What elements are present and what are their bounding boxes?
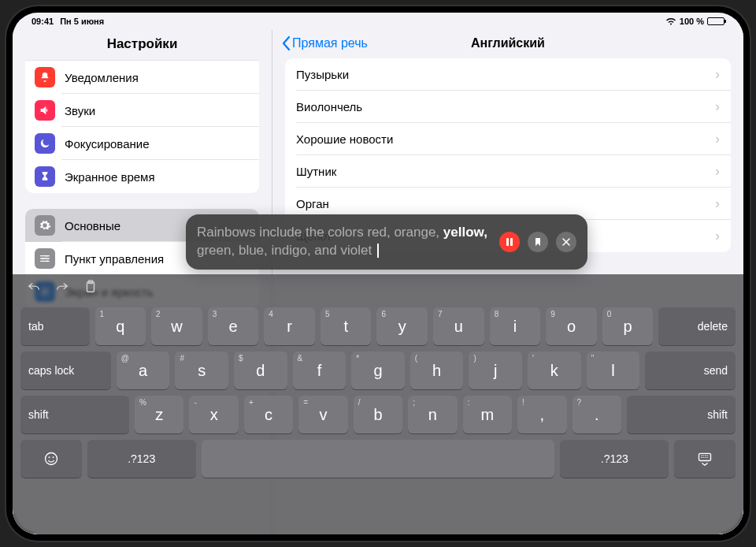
key-l[interactable]: "l	[587, 352, 640, 389]
back-button[interactable]: Прямая речь	[282, 36, 368, 50]
key-a[interactable]: @a	[117, 352, 170, 389]
chevron-right-icon: ›	[715, 228, 720, 244]
chevron-right-icon: ›	[715, 131, 720, 147]
key-r[interactable]: 4r	[264, 307, 315, 345]
hourglass-icon	[35, 166, 55, 187]
key-delete[interactable]: delete	[658, 307, 736, 345]
moon-icon	[35, 133, 55, 154]
key-y[interactable]: 6y	[376, 307, 428, 345]
status-date: Пн 5 июня	[60, 17, 104, 26]
key-g[interactable]: *g	[351, 352, 405, 389]
sidebar-label: Основные	[65, 219, 120, 233]
sidebar-row-hourglass[interactable]: Экранное время	[25, 160, 259, 193]
sidebar-label: Экранное время	[65, 170, 155, 184]
key-t[interactable]: 5t	[321, 307, 372, 345]
key-p[interactable]: 0p	[602, 307, 654, 345]
key-w[interactable]: 2w	[151, 307, 202, 345]
key-o[interactable]: 9o	[546, 307, 597, 345]
key-capslock[interactable]: caps lock	[20, 352, 111, 389]
svg-point-0	[46, 255, 47, 257]
sidebar-label: Пункт управления	[65, 252, 164, 266]
keyboard: tab1q2w3e4r5t6y7u8i9o0pdeletecaps lock@a…	[13, 274, 743, 534]
sidebar-row-moon[interactable]: Фокусирование	[25, 127, 259, 160]
key-s[interactable]: #s	[175, 352, 228, 389]
key-shift-right[interactable]: shift	[627, 396, 736, 434]
svg-rect-5	[510, 238, 513, 246]
gear-icon	[35, 215, 55, 236]
key-,[interactable]: !,	[517, 396, 566, 434]
key-.[interactable]: ?.	[573, 396, 621, 434]
voice-row[interactable]: Виолончель›	[285, 91, 731, 123]
redo-button[interactable]	[55, 280, 69, 297]
key-d[interactable]: $d	[234, 352, 287, 389]
sidebar-title: Настройки	[13, 30, 272, 60]
sidebar-row-bell[interactable]: Уведомления	[25, 60, 259, 94]
key-z[interactable]: %z	[135, 396, 183, 434]
key-emoji[interactable]	[20, 440, 82, 478]
key-space[interactable]	[202, 440, 555, 478]
status-time: 09:41	[32, 17, 54, 26]
svg-point-10	[52, 456, 54, 458]
sidebar-label: Фокусирование	[65, 137, 150, 151]
wifi-icon	[665, 17, 676, 25]
svg-point-2	[46, 260, 48, 262]
live-speech-bubble: Rainbows include the colors red, orange,…	[186, 214, 587, 270]
key-j[interactable]: )j	[469, 352, 522, 389]
key-numbers-left[interactable]: .?123	[87, 440, 196, 478]
key-shift-left[interactable]: shift	[20, 396, 129, 434]
close-button[interactable]	[556, 232, 576, 252]
voice-label: Орган	[296, 197, 329, 210]
svg-rect-4	[506, 238, 509, 246]
key-dismiss[interactable]	[674, 440, 736, 478]
key-u[interactable]: 7u	[433, 307, 484, 345]
voice-row[interactable]: Шутник›	[285, 155, 731, 188]
key-f[interactable]: &f	[293, 352, 346, 389]
svg-point-1	[43, 258, 44, 259]
chevron-right-icon: ›	[715, 195, 720, 212]
key-q[interactable]: 1q	[95, 307, 146, 345]
svg-rect-11	[699, 453, 711, 460]
key-i[interactable]: 8i	[490, 307, 541, 345]
key-tab[interactable]: tab	[20, 307, 90, 345]
key-numbers-right[interactable]: .?123	[560, 440, 669, 478]
key-v[interactable]: =v	[298, 396, 347, 434]
key-x[interactable]: -x	[189, 396, 238, 434]
voice-row[interactable]: Хорошие новости›	[285, 123, 731, 155]
sidebar-label: Звуки	[65, 104, 95, 117]
bookmark-button[interactable]	[528, 232, 548, 252]
speech-text[interactable]: Rainbows include the colors red, orange,…	[197, 224, 491, 260]
svg-point-9	[48, 456, 50, 458]
key-h[interactable]: (h	[410, 352, 464, 389]
sidebar-label: Уведомления	[65, 71, 139, 84]
battery-pct: 100 %	[680, 17, 704, 26]
status-bar: 09:41 Пн 5 июня 100 %	[13, 13, 743, 30]
key-send[interactable]: send	[645, 352, 736, 389]
battery-icon	[707, 17, 724, 25]
voice-label: Пузырьки	[296, 68, 349, 81]
voice-label: Хорошие новости	[296, 132, 393, 146]
sliders-icon	[35, 248, 55, 269]
key-b[interactable]: /b	[354, 396, 402, 434]
undo-button[interactable]	[27, 280, 41, 297]
chevron-right-icon: ›	[715, 99, 720, 115]
chevron-right-icon: ›	[715, 163, 720, 180]
key-m[interactable]: :m	[463, 396, 512, 434]
pause-button[interactable]	[499, 232, 520, 252]
key-n[interactable]: ;n	[408, 396, 457, 434]
clipboard-button[interactable]	[83, 280, 98, 297]
chevron-right-icon: ›	[715, 66, 720, 83]
voice-row[interactable]: Пузырьки›	[285, 58, 731, 91]
voice-label: Шутник	[296, 165, 336, 178]
voice-label: Виолончель	[296, 100, 362, 113]
sidebar-row-speaker[interactable]: Звуки	[25, 94, 259, 127]
key-e[interactable]: 3e	[208, 307, 259, 345]
bell-icon	[35, 67, 55, 87]
speaker-icon	[35, 100, 55, 121]
key-c[interactable]: +c	[244, 396, 293, 434]
svg-point-8	[45, 453, 57, 465]
key-k[interactable]: 'k	[528, 352, 581, 389]
